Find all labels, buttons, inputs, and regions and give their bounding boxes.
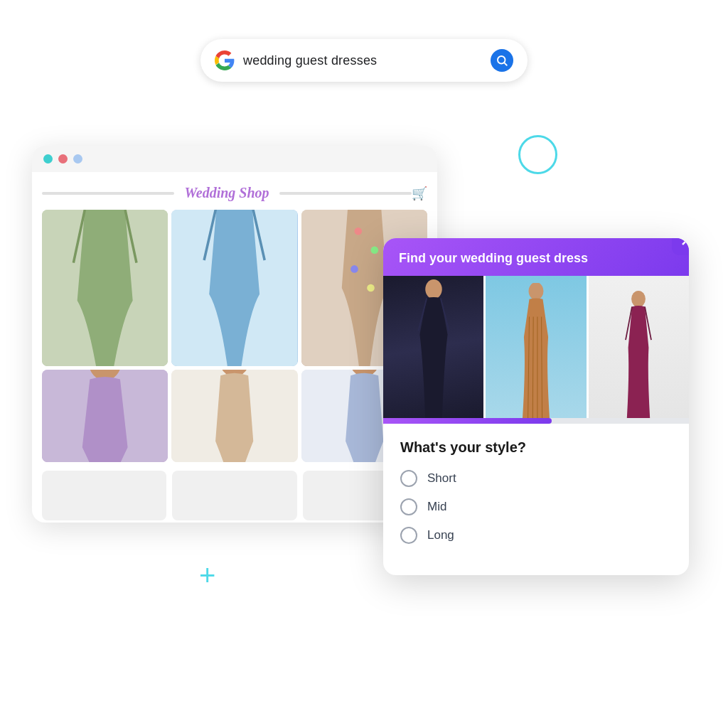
- plus-decoration-icon: +: [199, 561, 215, 589]
- shop-header: Wedding Shop 🛒: [42, 179, 427, 210]
- window-dot-lightblue: [73, 154, 82, 164]
- svg-point-24: [631, 291, 646, 307]
- dress-image-blue[interactable]: [171, 210, 297, 366]
- svg-point-9: [370, 246, 378, 254]
- search-icon: [496, 54, 508, 67]
- option-long-label: Long: [427, 528, 454, 542]
- browser-window: Wedding Shop 🛒: [32, 146, 437, 523]
- product-card-2[interactable]: [172, 471, 296, 520]
- svg-point-19: [529, 283, 544, 300]
- window-dot-pink: [58, 154, 68, 164]
- quiz-dress-images: [383, 276, 689, 418]
- option-mid-label: Mid: [427, 500, 446, 514]
- dress-image-grid: [42, 210, 427, 462]
- window-dot-teal: [43, 154, 53, 164]
- dress-image-purple[interactable]: [42, 370, 168, 462]
- quiz-title: Find your wedding guest dress: [399, 251, 673, 266]
- quiz-option-long[interactable]: Long: [400, 527, 672, 544]
- product-cards-row: [42, 471, 427, 520]
- quiz-progress-bar-container: [383, 418, 689, 424]
- quiz-option-short[interactable]: Short: [400, 470, 672, 487]
- search-submit-button[interactable]: [491, 49, 513, 72]
- quiz-close-button[interactable]: ✕: [672, 238, 689, 255]
- quiz-body: What's your style? Short Mid Long: [383, 424, 689, 575]
- option-short-label: Short: [427, 471, 456, 486]
- svg-point-8: [354, 228, 362, 235]
- svg-point-11: [367, 284, 375, 292]
- search-query-text: wedding guest dresses: [243, 53, 482, 68]
- browser-content: Wedding Shop 🛒: [32, 172, 437, 523]
- quiz-option-mid[interactable]: Mid: [400, 498, 672, 515]
- close-x-label: ✕: [680, 238, 690, 250]
- quiz-dress-black: [383, 276, 483, 418]
- product-card-1[interactable]: [42, 471, 166, 520]
- cart-icon[interactable]: 🛒: [412, 186, 427, 201]
- header-line-right: [279, 192, 412, 195]
- quiz-progress-bar-fill: [383, 418, 552, 424]
- quiz-question-text: What's your style?: [400, 439, 672, 456]
- radio-mid[interactable]: [400, 498, 417, 515]
- dress-image-sage[interactable]: [42, 210, 168, 366]
- radio-long[interactable]: [400, 527, 417, 544]
- dress-image-nude[interactable]: [171, 370, 297, 462]
- google-logo-icon: [215, 50, 235, 70]
- quiz-dress-maroon: [589, 276, 689, 418]
- shop-title: Wedding Shop: [184, 185, 269, 201]
- svg-line-1: [504, 63, 506, 65]
- quiz-panel: ✕ Find your wedding guest dress: [383, 238, 689, 575]
- google-search-bar: wedding guest dresses: [200, 39, 528, 82]
- browser-titlebar: [32, 146, 437, 172]
- header-line-left: [42, 192, 174, 195]
- svg-point-10: [350, 265, 358, 273]
- decorative-circle: [518, 135, 557, 174]
- quiz-header: Find your wedding guest dress: [383, 238, 689, 276]
- radio-short[interactable]: [400, 470, 417, 487]
- svg-point-18: [425, 279, 442, 299]
- quiz-dress-brown: [486, 276, 586, 418]
